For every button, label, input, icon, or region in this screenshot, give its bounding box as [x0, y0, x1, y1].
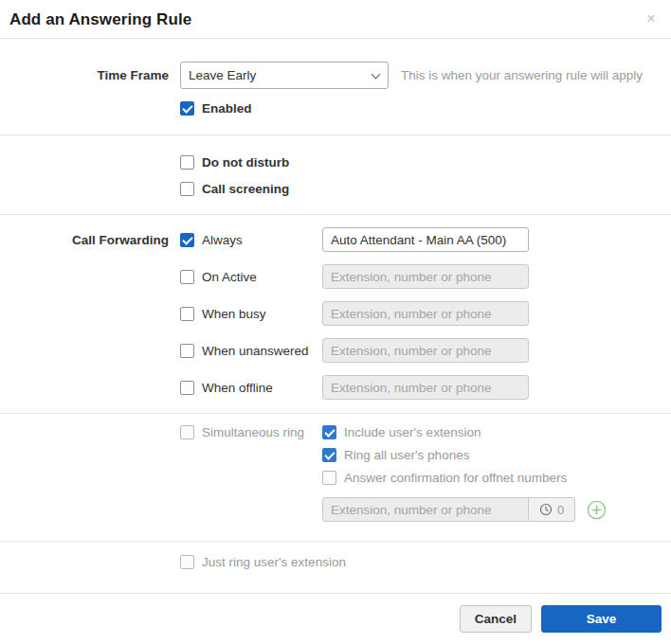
checkbox-icon [180, 307, 194, 321]
checkbox-icon [180, 381, 194, 395]
call-forwarding-section: Call Forwarding Always On Active When bu… [0, 215, 671, 414]
cf-when-unanswered-input [322, 338, 529, 363]
modal-footer: Cancel Save [0, 593, 671, 644]
plus-circle-icon [587, 500, 607, 520]
cf-when-offline-input [322, 375, 529, 400]
do-not-disturb-label: Do not disturb [202, 155, 289, 170]
call-screening-label: Call screening [202, 182, 289, 196]
forwarding-row-on-active: On Active [0, 264, 671, 289]
checkbox-icon [322, 471, 336, 485]
time-frame-select-wrap: Leave Early [180, 62, 389, 89]
answer-confirmation-label: Answer confirmation for offnet numbers [344, 471, 567, 485]
cf-when-offline-label: When offline [202, 381, 273, 395]
clock-icon [539, 503, 553, 516]
cf-always-input[interactable] [322, 227, 529, 252]
cf-on-active-label: On Active [202, 270, 257, 284]
answer-confirmation-checkbox: Answer confirmation for offnet numbers [322, 471, 567, 485]
cf-when-unanswered-checkbox[interactable]: When unanswered [180, 344, 322, 358]
simultaneous-ring-label: Simultaneous ring [202, 425, 304, 439]
modal-header: Add an Answering Rule × [0, 0, 671, 39]
time-frame-select[interactable]: Leave Early [180, 62, 389, 89]
cf-when-offline-checkbox[interactable]: When offline [180, 381, 322, 395]
enabled-label: Enabled [202, 101, 252, 116]
enabled-checkbox[interactable]: Enabled [180, 101, 252, 116]
simring-number-group: 0 [322, 497, 607, 522]
checkbox-icon [180, 344, 194, 358]
add-answering-rule-modal: Add an Answering Rule × Time Frame Leave… [0, 0, 671, 644]
checkbox-icon [322, 448, 336, 462]
save-button[interactable]: Save [541, 605, 662, 633]
simultaneous-ring-section: Simultaneous ring Include user's extensi… [0, 414, 671, 542]
add-number-button[interactable] [587, 500, 607, 520]
cf-on-active-input [322, 264, 529, 289]
cf-always-label: Always [202, 233, 243, 247]
checkbox-icon [322, 425, 336, 439]
cf-when-busy-label: When busy [202, 307, 266, 321]
checkbox-icon [180, 270, 194, 284]
forwarding-row-when-offline: When offline [0, 375, 671, 400]
checkbox-icon [180, 101, 194, 116]
checkbox-icon [180, 425, 194, 439]
do-not-disturb-checkbox[interactable]: Do not disturb [180, 155, 289, 170]
time-frame-label: Time Frame [0, 68, 169, 82]
forwarding-row-always: Call Forwarding Always [0, 227, 671, 252]
close-icon[interactable]: × [643, 10, 660, 27]
cancel-button[interactable]: Cancel [460, 605, 532, 633]
forwarding-row-when-unanswered: When unanswered [0, 338, 671, 363]
cf-when-unanswered-label: When unanswered [202, 344, 309, 358]
checkbox-icon [180, 233, 194, 247]
cf-on-active-checkbox[interactable]: On Active [180, 270, 322, 284]
simring-number-row: 0 [0, 497, 671, 522]
forwarding-row-when-busy: When busy [0, 301, 671, 326]
call-screening-checkbox[interactable]: Call screening [180, 182, 289, 196]
checkbox-icon [180, 182, 194, 196]
ring-all-users-phones-checkbox: Ring all user's phones [322, 448, 567, 462]
simultaneous-ring-row: Simultaneous ring Include user's extensi… [0, 425, 671, 485]
just-ring-users-extension-checkbox[interactable]: Just ring user's extension [180, 555, 346, 569]
cf-always-checkbox[interactable]: Always [180, 233, 322, 247]
simring-number-input [322, 497, 529, 522]
time-frame-section: Time Frame Leave Early This is when your… [0, 39, 671, 135]
time-frame-helper-text: This is when your answering rule will ap… [401, 68, 643, 82]
options-section: Do not disturb Call screening [0, 135, 671, 215]
just-ring-users-extension-label: Just ring user's extension [202, 555, 346, 569]
checkbox-icon [180, 555, 194, 569]
call-forwarding-label: Call Forwarding [0, 233, 169, 247]
modal-title: Add an Answering Rule [9, 10, 191, 29]
simultaneous-ring-checkbox: Simultaneous ring [180, 425, 322, 439]
ring-delay-value: 0 [557, 503, 564, 517]
just-ring-section: Just ring user's extension [0, 542, 671, 593]
checkbox-icon [180, 155, 194, 170]
cf-when-busy-checkbox[interactable]: When busy [180, 307, 322, 321]
ring-all-users-phones-label: Ring all user's phones [344, 448, 469, 462]
include-users-extension-checkbox: Include user's extension [322, 425, 567, 439]
simring-options: Include user's extension Ring all user's… [322, 425, 567, 485]
include-users-extension-label: Include user's extension [344, 425, 481, 439]
cf-when-busy-input [322, 301, 529, 326]
ring-delay-addon: 0 [529, 497, 575, 522]
